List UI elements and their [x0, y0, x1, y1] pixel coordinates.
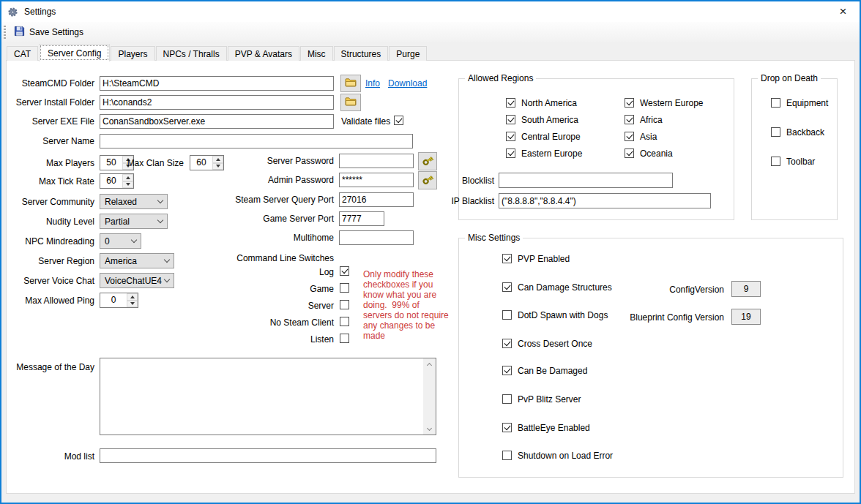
switch-server-checkbox[interactable]	[340, 300, 349, 309]
tab-players[interactable]: Players	[111, 46, 154, 61]
region-north-america-checkbox[interactable]	[506, 98, 515, 108]
chevron-down-icon	[157, 198, 163, 203]
dotd-spawn-with-dogs-checkbox[interactable]	[502, 310, 512, 320]
switch-no-steam-client-label: No Steam Client	[187, 317, 334, 328]
blocklist-label: Blocklist	[421, 176, 494, 186]
max-allowed-ping-value: 0	[100, 293, 127, 307]
can-be-damaged-label: Can Be Damaged	[518, 366, 587, 376]
switch-server-label: Server	[187, 301, 334, 311]
tab-misc[interactable]: Misc	[300, 46, 333, 61]
gear-icon	[7, 7, 18, 18]
multihome-input[interactable]	[339, 230, 414, 245]
shutdown-on-load-error-checkbox[interactable]	[502, 451, 512, 460]
server-name-input[interactable]	[100, 134, 413, 148]
browse-install-folder-button[interactable]	[340, 94, 361, 111]
pvp-blitz-server-checkbox[interactable]	[502, 394, 512, 404]
region-eastern-europe-checkbox[interactable]	[506, 148, 515, 158]
tab-structures[interactable]: Structures	[334, 46, 389, 61]
nudity-level-select[interactable]: Partial	[100, 214, 168, 229]
validate-files-checkbox[interactable]	[394, 116, 403, 125]
server-password-key-button[interactable]	[418, 152, 437, 170]
server-region-label: Server Region	[7, 256, 94, 266]
toolbar-grip-handle[interactable]	[4, 26, 6, 40]
tab-pvp-avatars[interactable]: PVP & Avatars	[228, 46, 299, 61]
max-allowed-ping-up-button[interactable]	[127, 293, 138, 301]
info-link[interactable]: Info	[365, 78, 380, 89]
tab-purge[interactable]: Purge	[389, 46, 427, 61]
region-oceania-label: Oceania	[640, 149, 673, 159]
server-region-select[interactable]: America	[100, 253, 174, 268]
max-tick-rate-up-button[interactable]	[122, 174, 133, 181]
max-clan-size-label: Max Clan Size	[96, 158, 184, 168]
steamcmd-folder-label: SteamCMD Folder	[7, 78, 94, 89]
region-africa-label: Africa	[640, 116, 663, 125]
close-icon[interactable]: ×	[827, 1, 860, 22]
max-tick-rate-stepper[interactable]: 60	[100, 173, 134, 189]
steamcmd-folder-input[interactable]	[100, 76, 334, 91]
max-players-label: Max Players	[7, 158, 94, 168]
ip-blacklist-input[interactable]	[499, 193, 711, 208]
scroll-down-icon[interactable]	[423, 423, 436, 435]
server-exe-file-input[interactable]	[100, 114, 334, 129]
server-community-value: Relaxed	[105, 197, 158, 207]
switch-log-checkbox[interactable]	[340, 266, 349, 276]
settings-window: Settings × Save Settings CAT Server Conf…	[0, 0, 861, 504]
cross-desert-once-checkbox[interactable]	[502, 339, 512, 348]
titlebar: Settings ×	[1, 1, 860, 22]
battleeye-enabled-checkbox[interactable]	[502, 423, 512, 432]
region-central-europe-checkbox[interactable]	[506, 132, 515, 141]
region-africa-checkbox[interactable]	[625, 115, 634, 124]
switch-no-steam-client-checkbox[interactable]	[340, 317, 349, 326]
folder-icon	[345, 78, 357, 89]
can-be-damaged-checkbox[interactable]	[502, 366, 512, 375]
tab-npcs-thralls[interactable]: NPCs / Thralls	[156, 46, 227, 61]
pvp-enabled-label: PVP Enabled	[518, 255, 570, 264]
max-allowed-ping-down-button[interactable]	[127, 301, 138, 308]
server-exe-file-label: Server EXE File	[7, 116, 94, 127]
shutdown-on-load-error-label: Shutdown on Load Error	[518, 451, 613, 461]
npc-mindreading-select[interactable]: 0	[100, 233, 141, 249]
switch-listen-label: Listen	[187, 334, 334, 345]
max-allowed-ping-stepper[interactable]: 0	[100, 293, 138, 308]
floppy-icon	[14, 26, 25, 39]
npc-mindreading-label: NPC Mindreading	[7, 236, 94, 247]
message-of-the-day-input[interactable]	[100, 358, 423, 435]
tab-server-config[interactable]: Server Config	[39, 44, 110, 61]
steam-query-port-input[interactable]	[339, 192, 414, 207]
game-server-port-input[interactable]	[339, 211, 384, 226]
switch-listen-checkbox[interactable]	[340, 334, 349, 343]
save-settings-button[interactable]: Save Settings	[9, 23, 89, 41]
region-asia-checkbox[interactable]	[625, 132, 634, 141]
region-south-america-label: South America	[521, 116, 578, 125]
motd-scrollbar[interactable]	[423, 358, 436, 435]
ip-blacklist-label: IP Blacklist	[421, 196, 494, 206]
drop-backback-checkbox[interactable]	[771, 127, 780, 137]
validate-files-label: Validate files	[341, 117, 390, 127]
max-tick-rate-down-button[interactable]	[122, 181, 133, 189]
blocklist-input[interactable]	[499, 173, 673, 188]
download-link[interactable]: Download	[388, 78, 427, 89]
region-south-america-checkbox[interactable]	[506, 115, 515, 124]
toolbar: Save Settings	[1, 22, 860, 42]
tab-cat[interactable]: CAT	[7, 46, 38, 61]
drop-toolbar-checkbox[interactable]	[771, 157, 780, 166]
mod-list-input[interactable]	[100, 448, 436, 463]
command-line-switches-label: Command Line Switches	[187, 253, 334, 263]
region-western-europe-checkbox[interactable]	[625, 98, 634, 108]
server-community-select[interactable]: Relaxed	[100, 194, 168, 209]
scroll-up-icon[interactable]	[423, 358, 436, 370]
admin-password-input[interactable]	[339, 173, 414, 187]
drop-on-death-title: Drop on Death	[758, 73, 821, 83]
drop-equipment-checkbox[interactable]	[771, 98, 780, 108]
server-voice-chat-select[interactable]: VoiceChatUE4	[100, 273, 174, 288]
region-central-europe-label: Central Europe	[521, 132, 581, 142]
pvp-enabled-checkbox[interactable]	[502, 254, 512, 263]
server-install-folder-input[interactable]	[100, 95, 334, 110]
server-config-panel: SteamCMD Folder Info Download Server Ins…	[6, 60, 855, 494]
browse-steamcmd-button[interactable]	[340, 75, 361, 92]
region-oceania-checkbox[interactable]	[625, 148, 634, 158]
max-allowed-ping-label: Max Allowed Ping	[7, 296, 94, 306]
can-damage-structures-checkbox[interactable]	[502, 282, 512, 292]
server-password-input[interactable]	[339, 154, 414, 168]
switch-game-checkbox[interactable]	[340, 283, 349, 293]
